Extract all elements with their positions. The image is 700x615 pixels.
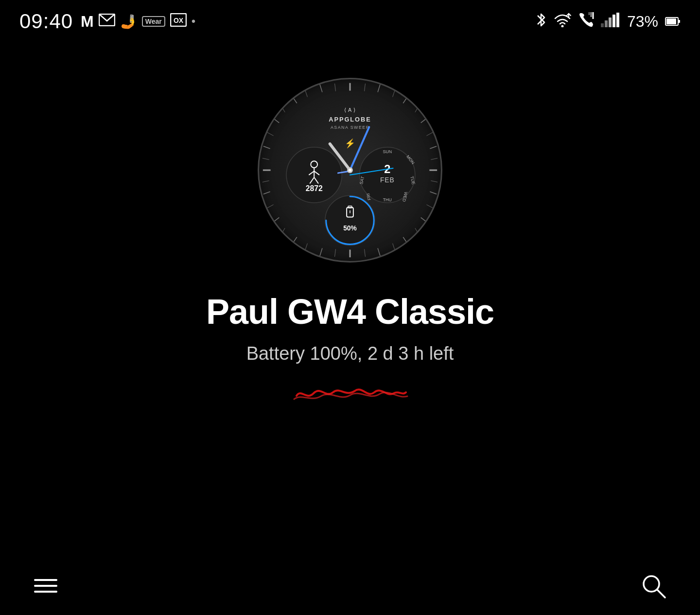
svg-text:APPGLOBE: APPGLOBE — [329, 116, 371, 123]
bottom-nav — [0, 557, 700, 615]
svg-text:ASANA SWEEP: ASANA SWEEP — [331, 125, 369, 130]
svg-line-22 — [421, 119, 427, 123]
svg-text:OX: OX — [174, 17, 184, 24]
device-name: Paul GW4 Classic — [206, 292, 494, 332]
svg-rect-9 — [605, 20, 608, 27]
bluetooth-icon — [536, 12, 546, 32]
svg-line-43 — [415, 228, 419, 234]
svg-line-42 — [426, 205, 433, 208]
hamburger-line-3 — [34, 591, 57, 593]
wifi-icon — [553, 13, 572, 31]
svg-text:FEB: FEB — [380, 176, 395, 184]
svg-line-29 — [293, 97, 297, 103]
svg-line-36 — [365, 84, 366, 91]
hamburger-line-2 — [34, 585, 57, 587]
svg-line-48 — [281, 106, 285, 112]
gmail-icon: M — [81, 13, 94, 31]
svg-line-31 — [263, 146, 270, 149]
status-left: 09:40 M 🤳 Wear OX • — [19, 10, 195, 33]
svg-line-50 — [262, 158, 269, 159]
svg-line-38 — [415, 106, 419, 112]
svg-line-33 — [274, 217, 280, 222]
watch-container[interactable]: ⟨ A ⟩ APPGLOBE ASANA SWEEP ⚡ 2872 — [258, 78, 442, 263]
svg-point-88 — [349, 169, 351, 172]
svg-text:⚡: ⚡ — [345, 138, 356, 149]
svg-text:2872: 2872 — [306, 184, 323, 193]
svg-line-45 — [365, 249, 366, 257]
svg-line-32 — [263, 192, 270, 194]
svg-line-30 — [274, 119, 280, 123]
email-icon — [99, 14, 115, 30]
watch-face-svg: ⟨ A ⟩ APPGLOBE ASANA SWEEP ⚡ 2872 — [259, 79, 441, 261]
scribble-annotation — [287, 379, 413, 410]
signal-bars-icon — [601, 13, 620, 31]
call-icon — [578, 12, 594, 31]
svg-line-37 — [393, 90, 395, 97]
svg-line-44 — [393, 244, 395, 251]
svg-line-21 — [403, 97, 407, 103]
svg-line-49 — [267, 132, 274, 136]
svg-line-41 — [431, 181, 438, 182]
svg-line-54 — [305, 244, 307, 251]
svg-line-34 — [293, 237, 297, 244]
svg-line-53 — [281, 228, 285, 234]
outlook-icon: OX — [170, 13, 187, 30]
svg-rect-14 — [666, 18, 676, 24]
main-content: ⟨ A ⟩ APPGLOBE ASANA SWEEP ⚡ 2872 — [0, 39, 700, 410]
wear-badge: Wear — [142, 16, 165, 27]
svg-line-25 — [421, 217, 427, 222]
svg-line-27 — [378, 248, 380, 256]
hamburger-line-1 — [34, 579, 57, 581]
svg-text:50%: 50% — [343, 225, 357, 232]
svg-line-39 — [426, 132, 433, 136]
svg-line-28 — [320, 85, 322, 92]
menu-button[interactable] — [29, 574, 62, 597]
svg-line-55 — [335, 249, 336, 257]
person-icon: 🤳 — [120, 14, 137, 30]
svg-line-26 — [403, 237, 407, 244]
svg-line-35 — [320, 248, 322, 256]
svg-rect-8 — [601, 23, 604, 27]
svg-line-24 — [430, 192, 437, 194]
search-button[interactable] — [636, 568, 671, 603]
status-bar: 09:40 M 🤳 Wear OX • — [0, 0, 700, 39]
search-icon — [641, 573, 666, 598]
svg-line-46 — [335, 84, 336, 91]
watch-face: ⟨ A ⟩ APPGLOBE ASANA SWEEP ⚡ 2872 — [258, 78, 442, 263]
svg-rect-11 — [612, 15, 615, 27]
battery-icon — [665, 13, 681, 30]
svg-line-90 — [657, 590, 665, 597]
svg-line-52 — [267, 205, 274, 208]
battery-percentage: 73% — [627, 13, 658, 31]
battery-status: Battery 100%, 2 d 3 h left — [246, 343, 454, 364]
status-right: 73% — [536, 12, 681, 32]
svg-line-51 — [262, 181, 269, 182]
svg-rect-10 — [609, 18, 612, 27]
status-time: 09:40 — [19, 10, 73, 33]
svg-line-40 — [431, 158, 438, 159]
svg-rect-15 — [678, 20, 680, 23]
svg-text:SUN: SUN — [383, 149, 392, 154]
svg-rect-12 — [616, 13, 619, 27]
svg-point-3 — [561, 25, 563, 27]
svg-text:THU: THU — [383, 197, 392, 202]
svg-line-20 — [378, 85, 380, 92]
status-icons: M 🤳 Wear OX • — [81, 13, 195, 31]
svg-line-47 — [305, 90, 307, 97]
svg-line-23 — [430, 146, 437, 149]
svg-text:⟨ A ⟩: ⟨ A ⟩ — [344, 107, 356, 113]
notification-dot: • — [192, 15, 195, 28]
hamburger-icon — [34, 579, 57, 593]
